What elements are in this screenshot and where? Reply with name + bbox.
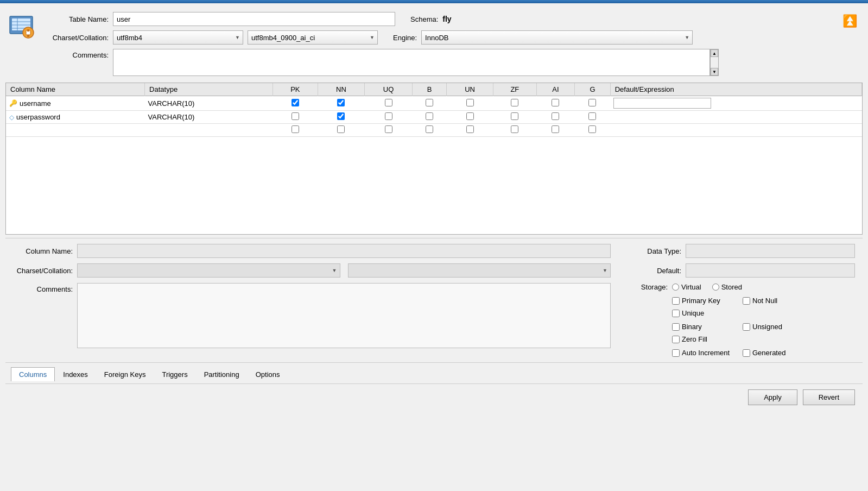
detail-charset-label: Charset/Collation: xyxy=(13,267,73,275)
row2-b-cell xyxy=(413,111,447,124)
scroll-up-arrow[interactable]: ▲ xyxy=(711,49,718,57)
charset-label: Charset/Collation: xyxy=(43,34,109,42)
row1-uq-checkbox[interactable] xyxy=(385,99,392,106)
row2-g-checkbox[interactable] xyxy=(588,112,596,120)
row1-default-input[interactable] xyxy=(613,98,711,109)
stored-radio-label[interactable]: Stored xyxy=(712,283,742,291)
row1-b-checkbox[interactable] xyxy=(426,99,433,106)
scroll-down-arrow[interactable]: ▼ xyxy=(711,68,718,75)
row3-nn-checkbox[interactable] xyxy=(337,125,345,133)
form-fields: Table Name: Schema: fly Charset/Collatio… xyxy=(43,12,857,76)
stored-radio[interactable] xyxy=(712,284,719,291)
row2-nn-checkbox[interactable] xyxy=(337,112,345,120)
charset-select-wrapper: utf8mb4 xyxy=(113,30,243,45)
comments-textarea[interactable] xyxy=(113,49,710,76)
row1-un-checkbox[interactable] xyxy=(466,99,474,106)
detail-bin-checkbox[interactable] xyxy=(672,323,680,331)
svg-rect-8 xyxy=(27,29,29,32)
table-name-input[interactable] xyxy=(113,12,395,26)
table-name-label: Table Name: xyxy=(43,15,109,23)
row3-b-checkbox[interactable] xyxy=(426,125,433,133)
row2-col-name: userpassword xyxy=(16,113,60,121)
row2-zf-checkbox[interactable] xyxy=(511,112,518,120)
nn-checkbox-label[interactable]: Not Null xyxy=(743,297,802,305)
row1-nn-checkbox[interactable] xyxy=(337,99,345,106)
collation-select[interactable]: utf8mb4_0900_ai_ci xyxy=(248,30,378,45)
row1-ai-checkbox[interactable] xyxy=(552,99,559,106)
detail-charset-select[interactable] xyxy=(77,263,340,278)
table-header-row: Column Name Datatype PK NN UQ B UN ZF AI… xyxy=(6,83,862,96)
row2-ai-checkbox[interactable] xyxy=(552,112,559,120)
schema-value: fly xyxy=(442,15,451,23)
row3-zf-cell xyxy=(493,124,536,137)
col-header-name: Column Name xyxy=(6,83,145,96)
row3-un-checkbox[interactable] xyxy=(466,125,474,133)
bin-checkbox-label[interactable]: Binary xyxy=(672,323,732,331)
detail-collation-select[interactable] xyxy=(348,263,611,278)
detail-ai-checkbox[interactable] xyxy=(672,349,680,357)
row1-zf-checkbox[interactable] xyxy=(511,99,518,106)
detail-un-checkbox[interactable] xyxy=(743,323,750,331)
row1-nn-cell xyxy=(318,96,364,111)
row3-g-checkbox[interactable] xyxy=(588,125,596,133)
col-header-un: UN xyxy=(446,83,493,96)
comments-row: Comments: ▲ ▼ xyxy=(43,49,857,76)
detail-col-name-input[interactable] xyxy=(77,244,611,258)
detail-comments-textarea[interactable] xyxy=(77,283,611,348)
tab-triggers[interactable]: Triggers xyxy=(154,367,195,381)
detail-pk-checkbox[interactable] xyxy=(672,297,680,305)
charset-select[interactable]: utf8mb4 xyxy=(113,30,243,45)
un-checkbox-label[interactable]: Unsigned xyxy=(743,323,802,331)
detail-default-input[interactable] xyxy=(686,263,855,278)
zf-checkbox-label[interactable]: Zero Fill xyxy=(672,335,732,343)
row2-pk-checkbox[interactable] xyxy=(292,112,299,120)
virtual-radio-label[interactable]: Virtual xyxy=(672,283,701,291)
row1-pk-checkbox[interactable] xyxy=(292,99,299,106)
row3-ai-cell xyxy=(536,124,575,137)
ai-checkbox-label[interactable]: Auto Increment xyxy=(672,349,732,357)
apply-button[interactable]: Apply xyxy=(748,389,797,405)
row2-uq-cell xyxy=(365,111,413,124)
row2-uq-checkbox[interactable] xyxy=(385,112,392,120)
columns-grid: Column Name Datatype PK NN UQ B UN ZF AI… xyxy=(5,83,863,235)
gen-checkbox-label[interactable]: Generated xyxy=(743,349,802,357)
detail-col-name-row: Column Name: xyxy=(13,244,611,258)
detail-zf-checkbox[interactable] xyxy=(672,336,680,343)
detail-storage-label: Storage: xyxy=(622,283,668,291)
detail-uq-checkbox[interactable] xyxy=(672,310,680,317)
detail-gen-checkbox[interactable] xyxy=(743,349,750,357)
revert-button[interactable]: Revert xyxy=(803,389,855,405)
tab-columns[interactable]: Columns xyxy=(11,367,55,381)
engine-select-wrapper: InnoDB xyxy=(421,30,693,45)
detail-datatype-input[interactable] xyxy=(686,244,855,258)
row1-g-cell xyxy=(575,96,610,111)
virtual-radio[interactable] xyxy=(672,284,679,291)
tab-indexes[interactable]: Indexes xyxy=(55,367,96,381)
detail-col-name-label: Column Name: xyxy=(13,247,73,255)
tab-partitioning[interactable]: Partitioning xyxy=(196,367,248,381)
col-header-default: Default/Expression xyxy=(610,83,861,96)
tab-options[interactable]: Options xyxy=(248,367,288,381)
row1-g-checkbox[interactable] xyxy=(588,99,596,106)
row3-zf-checkbox[interactable] xyxy=(511,125,518,133)
col-header-pk: PK xyxy=(273,83,318,96)
engine-select[interactable]: InnoDB xyxy=(421,30,693,45)
row2-default-cell xyxy=(610,111,861,124)
uq-checkbox-label[interactable]: Unique xyxy=(672,309,732,317)
row3-uq-checkbox[interactable] xyxy=(385,125,392,133)
pk-checkbox-label[interactable]: Primary Key xyxy=(672,297,732,305)
pk-icon: 🔑 xyxy=(9,99,17,107)
comments-scrollbar[interactable]: ▲ ▼ xyxy=(710,49,719,76)
collapse-icon[interactable]: ⏫ xyxy=(842,14,857,28)
row3-pk-checkbox[interactable] xyxy=(292,125,299,133)
uq-label: Unique xyxy=(682,309,704,317)
row2-un-checkbox[interactable] xyxy=(466,112,474,120)
ai-label: Auto Increment xyxy=(682,349,730,357)
row2-b-checkbox[interactable] xyxy=(426,112,433,120)
tab-foreign-keys[interactable]: Foreign Keys xyxy=(96,367,154,381)
row3-ai-checkbox[interactable] xyxy=(552,125,559,133)
fk-icon: ◇ xyxy=(9,114,14,121)
detail-checkbox-group2: Binary Unsigned Zero Fill xyxy=(622,323,855,343)
detail-nn-checkbox[interactable] xyxy=(743,297,750,305)
header-section: Table Name: Schema: fly Charset/Collatio… xyxy=(5,9,863,79)
